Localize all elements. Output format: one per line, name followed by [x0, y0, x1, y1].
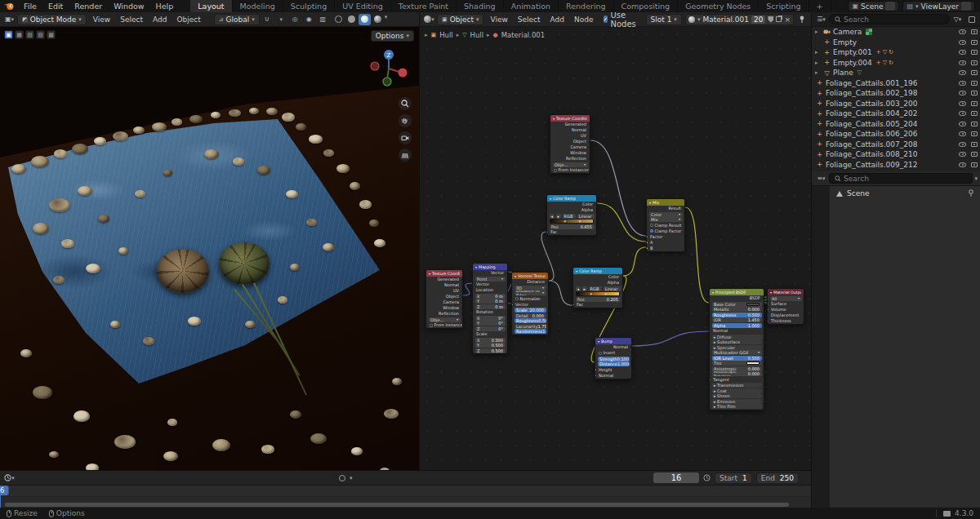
- snap-toggle-button[interactable]: ∩: [261, 14, 274, 25]
- outliner-row-foliage-cattails-006-206[interactable]: +Foliage_Cattails.006_206: [812, 129, 980, 140]
- node-header[interactable]: ▾Voronoi Texture: [512, 273, 548, 279]
- node-output-window[interactable]: Window: [550, 150, 590, 156]
- rock[interactable]: [245, 321, 256, 328]
- node-field-randomness[interactable]: Randomness1.000: [514, 329, 546, 334]
- outliner-row-foliage-cattails-001-196[interactable]: +Foliage_Cattails.001_196: [812, 78, 980, 89]
- hide-eye-icon[interactable]: [959, 162, 966, 167]
- ramp-mode-select[interactable]: Linear ▾: [577, 214, 595, 219]
- rock[interactable]: [33, 223, 49, 234]
- node-output-reflection[interactable]: Reflection: [550, 156, 590, 162]
- viewport-options-dropdown[interactable]: Options▾: [371, 30, 414, 42]
- tab-sculpting[interactable]: Sculpting: [283, 0, 335, 12]
- disable-render-icon[interactable]: [971, 29, 978, 34]
- node-select-mix[interactable]: Mix▾: [649, 217, 683, 222]
- outliner-row-camera[interactable]: ▸Camera: [812, 27, 980, 38]
- node-field-strength[interactable]: Strength0.100: [598, 357, 630, 362]
- node-field-distance[interactable]: Distance1.000: [598, 362, 630, 366]
- hide-eye-icon[interactable]: [959, 50, 966, 55]
- rock[interactable]: [261, 445, 274, 454]
- rock[interactable]: [114, 435, 136, 449]
- checkbox-icon[interactable]: [650, 224, 653, 227]
- rock[interactable]: [163, 170, 172, 176]
- rock[interactable]: [118, 247, 128, 255]
- node-collapse-icon[interactable]: ▾: [429, 272, 430, 276]
- tool-option-button[interactable]: ▦: [15, 30, 24, 39]
- rock[interactable]: [323, 243, 334, 251]
- node-field-x[interactable]: X0°: [475, 316, 506, 321]
- node-field-y[interactable]: Y0 m: [475, 299, 506, 304]
- socket-icon[interactable]: [768, 320, 769, 323]
- rock[interactable]: [113, 131, 128, 141]
- node-field-lacunarity[interactable]: Lacunarity1.750: [514, 324, 546, 329]
- menu-edit[interactable]: Edit: [42, 0, 69, 12]
- node-output-uv[interactable]: UV: [426, 288, 462, 294]
- perspective-toggle-icon[interactable]: [399, 149, 412, 162]
- hide-eye-icon[interactable]: [959, 101, 966, 106]
- rock[interactable]: [189, 115, 203, 123]
- socket-icon[interactable]: [630, 346, 632, 349]
- copy-material-icon[interactable]: [776, 16, 782, 22]
- breadcrumb-item[interactable]: Material.001: [501, 31, 545, 39]
- rock[interactable]: [133, 126, 145, 134]
- ramp-mode-select[interactable]: RGB ▾: [589, 286, 603, 291]
- outliner-row-foliage-cattails-005-204[interactable]: +Foliage_Cattails.005_204: [812, 119, 980, 130]
- socket-icon[interactable]: [461, 313, 463, 316]
- node-field-x[interactable]: X0.500: [475, 338, 506, 343]
- node-field-x[interactable]: X0 m: [475, 294, 506, 299]
- node-input-height[interactable]: Height: [595, 367, 631, 373]
- disable-render-icon[interactable]: [971, 101, 978, 106]
- node-output-reflection[interactable]: Reflection: [426, 311, 462, 317]
- node-section-specular[interactable]: ▸ Specular: [712, 345, 762, 350]
- breadcrumb-item[interactable]: Hull: [439, 31, 453, 39]
- node-field-pos[interactable]: Pos0.655: [550, 224, 595, 229]
- rock[interactable]: [233, 157, 244, 166]
- node-output-vector[interactable]: Vector: [473, 270, 507, 276]
- slot-selector[interactable]: Slot 1 ▾: [646, 14, 682, 25]
- menu-help[interactable]: Help: [150, 0, 180, 12]
- node-input-fac[interactable]: Fac: [547, 229, 596, 235]
- node-input-vector[interactable]: Vector: [473, 282, 507, 287]
- pan-hand-icon[interactable]: [399, 114, 412, 127]
- outliner-row-empty[interactable]: +Empty: [812, 38, 980, 48]
- node-input-normal[interactable]: Normal: [710, 328, 764, 334]
- rock[interactable]: [167, 419, 177, 426]
- node-field-alpha[interactable]: Alpha1.000: [712, 323, 762, 328]
- rock[interactable]: [204, 149, 219, 159]
- disable-render-icon[interactable]: [971, 91, 978, 95]
- rock[interactable]: [74, 410, 90, 422]
- socket-icon[interactable]: [710, 378, 711, 381]
- socket-icon[interactable]: [621, 276, 623, 279]
- node-texture-coordinate[interactable]: ▾Texture CoordinateGeneratedNormalUVObje…: [550, 114, 590, 174]
- socket-icon[interactable]: [573, 304, 575, 307]
- auto-keying-record-icon[interactable]: [336, 472, 347, 483]
- rock[interactable]: [359, 200, 372, 209]
- new-collection-icon[interactable]: [965, 14, 978, 25]
- socket-icon[interactable]: [589, 146, 590, 149]
- socket-icon[interactable]: [589, 140, 590, 144]
- node-input-vector[interactable]: Vector: [512, 302, 548, 308]
- menu-window[interactable]: Window: [108, 0, 149, 12]
- node-bump[interactable]: ▾BumpNormalInvertStrength0.100Distance1.…: [595, 337, 632, 379]
- node-collapse-icon[interactable]: ▾: [550, 197, 551, 201]
- node-checkbox-from-instancer[interactable]: From Instancer: [426, 322, 462, 328]
- breadcrumb-item[interactable]: Hull: [470, 31, 484, 39]
- fake-user-shield-icon[interactable]: [768, 16, 773, 23]
- socket-icon[interactable]: [512, 303, 514, 306]
- node-header[interactable]: ▾Color Ramp: [547, 195, 596, 202]
- shading-solid-button[interactable]: [345, 14, 358, 25]
- current-frame-field[interactable]: 16: [653, 472, 699, 483]
- node-input-normal[interactable]: Normal: [595, 373, 631, 379]
- ramp-arrow-icon[interactable]: ◂: [550, 214, 555, 219]
- node-color-ramp[interactable]: ▾Color RampColorAlpha◂▸RGB ▾Linear ▾Pos0…: [546, 194, 597, 236]
- rock[interactable]: [31, 156, 49, 167]
- node-input-thickness[interactable]: Thickness: [768, 318, 804, 324]
- rock[interactable]: [72, 144, 88, 154]
- ramp-arrow-icon[interactable]: ▸: [556, 214, 562, 219]
- node-header[interactable]: ▾Bump: [595, 338, 631, 344]
- shading-rendered-button[interactable]: [372, 14, 384, 25]
- node-output-color[interactable]: Color: [547, 202, 596, 207]
- rock[interactable]: [229, 109, 241, 117]
- rock[interactable]: [86, 264, 100, 273]
- rock[interactable]: [49, 198, 70, 212]
- rock[interactable]: [369, 220, 379, 227]
